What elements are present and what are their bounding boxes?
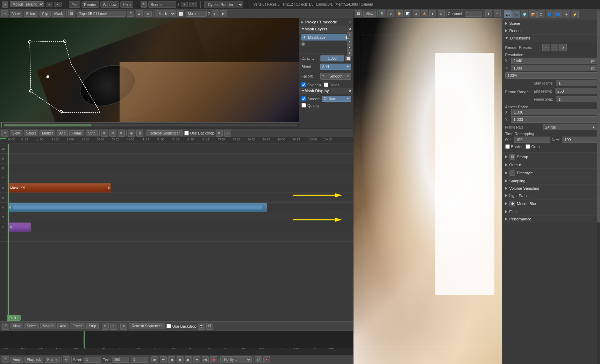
select-menu-btn[interactable]: Select — [24, 11, 38, 17]
props-scrollbar-thumb[interactable] — [597, 10, 600, 223]
seq-view-icon[interactable]: ⊞ — [102, 323, 109, 330]
object-settings-icon[interactable]: 📦 — [529, 10, 537, 18]
frame-playback-btn[interactable]: Frame — [45, 357, 60, 363]
holes-checkbox-label[interactable]: Holes — [324, 82, 340, 87]
refresh-seq-bottom-btn[interactable]: Refresh Sequencer — [129, 323, 165, 329]
scene-name-input[interactable] — [148, 1, 176, 8]
scene-header[interactable]: Scene — [502, 20, 600, 27]
view-transform-icon[interactable]: ⊞ — [413, 10, 420, 17]
falloff-dropdown[interactable]: 〜 Smooth ▼ — [320, 73, 351, 80]
mask-settings-icon[interactable]: ⚙ — [348, 27, 351, 31]
seq-select-btn[interactable]: Select — [24, 130, 38, 136]
mode-select[interactable]: Motion Tracking — [10, 1, 44, 7]
mask-menu-btn[interactable]: Mask — [52, 11, 65, 17]
preset-add-btn[interactable]: + — [542, 44, 550, 51]
audio-icon[interactable]: 🔊 — [255, 356, 262, 363]
mask-name-input[interactable] — [186, 11, 207, 17]
seq-add-bottom-btn[interactable]: Add — [57, 323, 69, 329]
clip-name-input[interactable] — [77, 11, 126, 17]
seq-view-btn[interactable]: View — [10, 130, 22, 136]
scene-settings-icon[interactable]: 🎬 — [512, 10, 520, 18]
seq-marker-btn[interactable]: Marker — [40, 130, 55, 136]
mask-strip[interactable]: Mask | 99 — [8, 183, 111, 192]
view-playback-btn[interactable]: View — [10, 357, 23, 363]
seq-extra-icon[interactable]: ⋯ — [224, 130, 231, 137]
metadata-icon[interactable]: ℹ — [485, 10, 492, 17]
close-editor-btn[interactable]: ✕ — [54, 2, 62, 7]
resolution-y-input[interactable]: 1080 px — [511, 65, 597, 71]
scene-close-btn[interactable]: ✕ — [189, 2, 197, 7]
proxy-collapse-arrow[interactable]: ▶ — [301, 20, 304, 24]
preset-remove-btn[interactable]: - — [551, 44, 558, 51]
help-menu-btn[interactable]: Help — [120, 1, 133, 8]
border-checkbox-label[interactable]: Border — [505, 144, 523, 149]
zoom-icon[interactable]: 🔍 — [379, 10, 386, 17]
start-frame-input[interactable] — [84, 357, 101, 363]
mask-display-settings-icon[interactable]: ⚙ — [348, 89, 351, 93]
freestyle-header[interactable]: ✦ Freestyle — [502, 169, 600, 177]
resolution-percent-input[interactable]: 100% — [505, 72, 597, 79]
mute-icon[interactable]: 🔇 — [263, 356, 270, 363]
play-btn[interactable]: ▶ — [185, 356, 192, 363]
playback-icon[interactable]: ▶ — [220, 10, 227, 17]
render-view-btn[interactable]: View — [363, 11, 376, 17]
move-up-layer-btn[interactable]: ▲ — [347, 44, 352, 50]
current-frame-input[interactable] — [131, 357, 148, 363]
seq-camera-icon[interactable]: 📷 — [198, 323, 205, 330]
seq-frame-btn[interactable]: Frame — [69, 130, 84, 136]
opacity-icon[interactable]: ⬜ — [345, 56, 351, 61]
move-down-layer-btn[interactable]: ▼ — [347, 50, 352, 56]
eye-icon[interactable]: 👁 — [303, 36, 307, 39]
seq-strip-bottom-btn[interactable]: Strip — [86, 323, 99, 329]
output-header[interactable]: Output — [502, 161, 600, 168]
proxy-options-icon[interactable]: ⚙ — [348, 20, 351, 24]
light-paths-header[interactable]: Light Paths — [502, 192, 600, 199]
blend-dropdown[interactable]: Add ▼ — [320, 64, 351, 70]
sync-icon[interactable]: ⏱ — [63, 356, 70, 363]
jump-end-btn[interactable]: ⏭ — [202, 356, 209, 363]
resolution-x-input[interactable]: 1440 px — [511, 58, 597, 64]
seq-strip-btn[interactable]: Strip — [86, 130, 98, 136]
stop-btn[interactable]: ■ — [177, 356, 184, 363]
exposure-icon[interactable]: ☀ — [494, 10, 501, 17]
holes-checkbox[interactable] — [324, 82, 328, 87]
end-frame-input[interactable] — [112, 357, 129, 363]
mode-dropdown[interactable]: Mask Track — [155, 10, 176, 17]
seq-marker-bottom-btn[interactable]: Marker — [40, 323, 56, 329]
particle-settings-icon[interactable]: ✦ — [563, 10, 570, 18]
play-reverse-btn[interactable]: ◀ — [168, 356, 175, 363]
preset-settings-btn[interactable]: ⚙ — [559, 44, 567, 51]
clip-scrubber[interactable] — [3, 124, 298, 126]
seq-view-bottom-btn[interactable]: View — [10, 323, 23, 329]
world-settings-icon[interactable]: 🌍 — [521, 10, 528, 18]
material-settings-icon[interactable]: 🔵 — [546, 10, 553, 18]
sampling-header[interactable]: Sampling — [502, 177, 600, 184]
aspect-x-input[interactable]: 1.330 — [511, 109, 597, 115]
snap-icon[interactable]: ⊕ — [128, 130, 135, 137]
smooth-checkbox-label[interactable]: Smooth — [301, 96, 321, 101]
lock-icon[interactable]: 🔒 — [421, 10, 428, 17]
add-editor-btn[interactable]: + — [46, 2, 52, 7]
playback-btn[interactable]: Playback — [24, 357, 44, 363]
frame-display-btn[interactable]: F — [127, 11, 134, 17]
seq-select-icon[interactable]: ↖ — [110, 323, 117, 330]
aspect-y-input[interactable]: 1.000 — [511, 116, 597, 123]
new-value-input[interactable]: 100 — [562, 137, 597, 143]
seq-add-btn[interactable]: Add — [57, 130, 68, 136]
refresh-sequencer-btn[interactable]: Refresh Sequencer — [147, 130, 183, 136]
compositing-icon[interactable]: ⊕ — [387, 10, 394, 17]
channel-input[interactable] — [465, 11, 482, 17]
sound-strip[interactable] — [8, 223, 31, 232]
seq-zoom-icon[interactable]: ⊕ — [120, 323, 127, 330]
overlap-checkbox[interactable] — [301, 82, 306, 87]
view-menu-btn[interactable]: View — [10, 11, 22, 17]
volume-sampling-header[interactable]: Volume Sampling — [502, 185, 600, 192]
props-scrollbar[interactable] — [597, 10, 600, 364]
render-engine-select[interactable]: Cycles Render Blender Render — [204, 1, 243, 8]
file-menu-btn[interactable]: File — [69, 1, 80, 8]
border-checkbox[interactable] — [505, 144, 510, 149]
mesh-settings-icon[interactable]: ⬡ — [537, 10, 545, 18]
add-layer-btn[interactable]: + — [347, 32, 352, 38]
film-header[interactable]: Film — [502, 208, 600, 215]
render-btn[interactable]: ▶ — [429, 10, 436, 17]
